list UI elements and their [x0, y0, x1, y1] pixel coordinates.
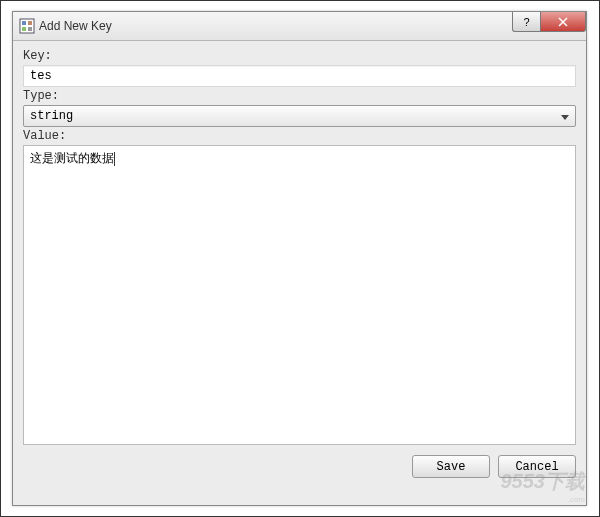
titlebar[interactable]: Add New Key ?	[13, 12, 586, 41]
help-icon: ?	[523, 16, 529, 28]
save-button[interactable]: Save	[412, 455, 490, 478]
svg-rect-1	[22, 21, 26, 25]
chevron-down-icon	[561, 109, 569, 123]
type-value: string	[30, 109, 73, 123]
window-title: Add New Key	[39, 19, 112, 33]
help-button[interactable]: ?	[512, 12, 540, 32]
type-label: Type:	[23, 89, 576, 103]
svg-rect-4	[28, 27, 32, 31]
type-select[interactable]: string	[23, 105, 576, 127]
value-label: Value:	[23, 129, 576, 143]
text-cursor	[114, 152, 115, 166]
svg-rect-3	[22, 27, 26, 31]
close-icon	[558, 17, 568, 27]
value-textarea[interactable]: 这是测试的数据	[23, 145, 576, 445]
button-row: Save Cancel	[23, 455, 576, 478]
cancel-button[interactable]: Cancel	[498, 455, 576, 478]
key-input[interactable]	[23, 65, 576, 87]
key-label: Key:	[23, 49, 576, 63]
svg-rect-2	[28, 21, 32, 25]
close-button[interactable]	[540, 12, 586, 32]
dialog-content: Key: Type: string Value: 这是测试的数据 Save Ca…	[13, 41, 586, 488]
value-text: 这是测试的数据	[30, 152, 114, 166]
app-icon	[19, 18, 35, 34]
dialog-window: Add New Key ? Key: Type: string	[12, 11, 587, 506]
